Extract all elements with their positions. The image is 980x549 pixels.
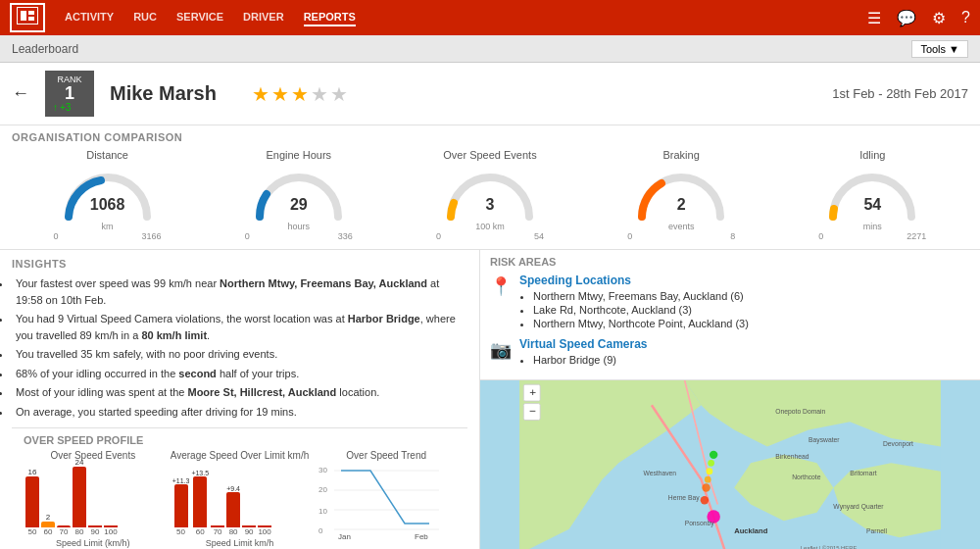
- bar1-label: 50: [28, 527, 37, 536]
- svg-text:+: +: [529, 385, 536, 398]
- gauge-overspeed-label: Over Speed Events: [426, 149, 554, 161]
- svg-text:Birkenhead: Birkenhead: [775, 453, 808, 460]
- gauge-distance-container: 1068: [44, 163, 172, 222]
- speeding-locations-list: Northern Mtwy, Freemans Bay, Auckland (6…: [519, 290, 970, 329]
- gauge-idling-label: Idling: [808, 149, 936, 161]
- svg-point-21: [707, 468, 713, 474]
- header-row: ← RANK 1 ↑ +3 Mike Marsh ★ ★ ★ ★ ★ 1st F…: [0, 63, 980, 125]
- bar-group-5: 90: [88, 525, 102, 536]
- bar2-group-4: +9.4 80: [226, 485, 240, 536]
- nav-ruc[interactable]: RUC: [133, 9, 157, 26]
- bar2-group-1: +11.3 50: [172, 477, 190, 536]
- chart2-xlabel: Speed Limit km/h: [171, 538, 310, 548]
- star-1: ★: [252, 82, 270, 106]
- svg-rect-0: [17, 7, 38, 25]
- gauge-overspeed-container: 3: [426, 163, 554, 222]
- driver-name: Mike Marsh: [110, 82, 217, 105]
- chart1-xlabel: Speed Limit (km/h): [24, 538, 163, 548]
- gear-icon[interactable]: ⚙: [932, 9, 946, 27]
- bar2-6-label: 100: [258, 527, 270, 536]
- bar2-group-6: 100: [258, 525, 271, 536]
- svg-text:Parnell: Parnell: [866, 527, 887, 534]
- left-panel: INSIGHTS Your fastest over speed was 99 …: [0, 250, 480, 549]
- chart2-subtitle: Average Speed Over Limit km/h: [171, 450, 310, 461]
- gauge-braking-unit: events: [617, 222, 745, 231]
- leaderboard-bar: Leaderboard Tools ▼: [0, 35, 980, 63]
- virtual-cameras-section: 📷 Virtual Speed Cameras Harbor Bridge (9…: [490, 337, 970, 368]
- rank-number: 1: [53, 84, 86, 102]
- bar-1: [25, 476, 39, 527]
- gauge-engine-container: 29: [235, 163, 363, 222]
- svg-text:Onepoto Domain: Onepoto Domain: [775, 408, 825, 416]
- svg-text:−: −: [529, 404, 536, 417]
- nav-service[interactable]: SERVICE: [176, 9, 223, 26]
- speeding-locations-heading[interactable]: Speeding Locations: [519, 274, 970, 287]
- bar2-5-label: 90: [245, 527, 254, 536]
- list-icon[interactable]: ☰: [867, 9, 881, 27]
- bar-group-4: 24 80: [73, 458, 86, 536]
- camera-1: Harbor Bridge (9): [533, 354, 970, 366]
- virtual-cameras-heading[interactable]: Virtual Speed Cameras: [519, 337, 970, 351]
- top-navigation: ACTIVITY RUC SERVICE DRIVER REPORTS ☰ 💬 …: [0, 0, 980, 35]
- insight-1: Your fastest over speed was 99 km/h near…: [12, 275, 467, 308]
- gauge-idling: Idling 54 mins 0 2271: [808, 149, 936, 241]
- gauge-braking-value: 2: [677, 196, 686, 214]
- gauge-overspeed-value: 3: [486, 196, 495, 214]
- bar2-label: 60: [44, 527, 53, 536]
- logo[interactable]: [10, 3, 45, 32]
- gauge-distance-value: 1068: [90, 196, 125, 214]
- bar2-1-toplabel: +11.3: [172, 477, 190, 484]
- map-container[interactable]: + − Onepoto Domain Bayswater Birkenhead …: [480, 380, 980, 549]
- rank-box: RANK 1 ↑ +3: [45, 71, 94, 117]
- trend-svg: 30 20 10 0 Jan: [317, 463, 444, 541]
- insight-4: 68% of your idling occurred in the secon…: [12, 366, 467, 382]
- back-button[interactable]: ←: [12, 83, 29, 104]
- bar-4: [73, 467, 86, 527]
- nav-reports[interactable]: REPORTS: [304, 9, 356, 26]
- svg-rect-1: [21, 11, 26, 21]
- svg-text:Wynyard Quarter: Wynyard Quarter: [833, 503, 884, 511]
- nav-activity[interactable]: ACTIVITY: [65, 9, 114, 26]
- virtual-cameras-list: Harbor Bridge (9): [519, 354, 970, 366]
- bar3-label: 70: [60, 527, 69, 536]
- tools-button[interactable]: Tools ▼: [911, 40, 968, 58]
- help-icon[interactable]: ?: [961, 9, 970, 26]
- gauge-idling-container: 54: [808, 163, 936, 222]
- location-3: Northern Mtwy, Northcote Point, Auckland…: [533, 318, 970, 329]
- gauge-engine-hours: Engine Hours 29 hours 0 336: [235, 149, 363, 241]
- bar2-2: [193, 476, 207, 527]
- risk-panel: RISK AREAS 📍 Speeding Locations Northern…: [480, 250, 980, 380]
- gauge-braking-min: 0: [627, 231, 632, 241]
- gauge-idling-max: 2271: [906, 231, 926, 241]
- gauge-distance-unit: km: [44, 222, 172, 231]
- svg-text:Auckland: Auckland: [734, 526, 767, 535]
- bar2-2-label: 60: [196, 527, 205, 536]
- bar2-group-2: +13.5 60: [191, 470, 209, 536]
- nav-driver[interactable]: DRIVER: [243, 9, 284, 26]
- gauge-braking-max: 8: [730, 231, 735, 241]
- gauge-engine-max: 336: [338, 231, 353, 241]
- gauge-distance-label: Distance: [44, 149, 172, 161]
- svg-text:Leaflet | ©2015 HERE: Leaflet | ©2015 HERE: [801, 545, 858, 549]
- svg-text:Ponsonby: Ponsonby: [685, 520, 715, 527]
- map-svg: + − Onepoto Domain Bayswater Birkenhead …: [480, 380, 980, 549]
- gauge-idling-unit: mins: [808, 222, 936, 231]
- chart1-subtitle: Over Speed Events: [24, 450, 163, 461]
- bar2-1-label: 50: [176, 527, 185, 536]
- svg-rect-2: [28, 11, 34, 15]
- gauge-overspeed-minmax: 0 54: [426, 231, 554, 241]
- star-rating: ★ ★ ★ ★ ★: [252, 82, 348, 106]
- svg-point-23: [702, 483, 710, 491]
- gauge-engine-unit: hours: [235, 222, 363, 231]
- gauge-overspeed-min: 0: [436, 231, 441, 241]
- rank-change: ↑ +3: [53, 102, 86, 113]
- message-icon[interactable]: 💬: [897, 9, 916, 27]
- leaderboard-title: Leaderboard: [12, 42, 78, 56]
- bar-chart-2: +11.3 50 +13.5 60: [171, 463, 310, 536]
- gauge-braking: Braking 2 events 0 8: [617, 149, 745, 241]
- right-panel: RISK AREAS 📍 Speeding Locations Northern…: [480, 250, 980, 549]
- gauge-engine-min: 0: [245, 231, 250, 241]
- risk-areas-title: RISK AREAS: [490, 256, 970, 268]
- svg-text:10: 10: [318, 507, 327, 516]
- location-1: Northern Mtwy, Freemans Bay, Auckland (6…: [533, 290, 970, 302]
